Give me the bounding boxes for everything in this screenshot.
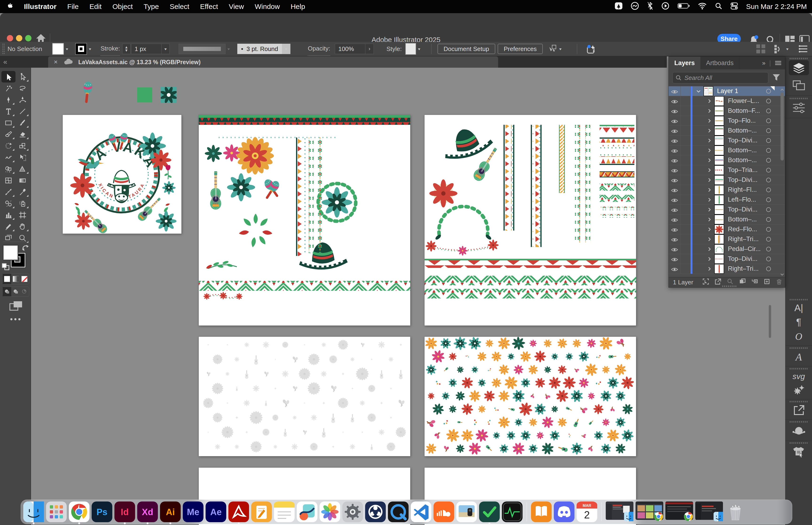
dock-pages[interactable]	[251, 501, 272, 522]
layer-thumbnail[interactable]	[715, 255, 724, 264]
dock-screenshot-preview[interactable]	[456, 501, 477, 522]
panel-menu-icon[interactable]	[775, 60, 782, 65]
layer-name[interactable]: Top–Divi...	[728, 206, 757, 213]
layer-row-top-flo-[interactable]: Top–Flo...	[669, 116, 785, 126]
layer-row-bottom-[interactable]: Bottom–...	[669, 214, 785, 224]
layer-target-circle[interactable]	[766, 168, 771, 172]
stroke-weight-dropdown[interactable]: 1 px ▾	[131, 42, 170, 56]
style-label[interactable]: Style:	[386, 42, 402, 56]
isolate-selected-icon[interactable]: ▾	[548, 42, 562, 56]
visibility-eye-icon[interactable]	[671, 266, 678, 273]
visibility-eye-icon[interactable]	[671, 118, 678, 125]
menu-effect[interactable]: Effect	[200, 3, 218, 11]
layer-thumbnail[interactable]	[715, 245, 724, 254]
canvas-vertical-scrollbar[interactable]	[769, 305, 771, 338]
menu-app-icon[interactable]	[615, 2, 623, 12]
layer-name[interactable]: Bottom–...	[728, 216, 757, 223]
layer-name[interactable]: Flower–L...	[728, 97, 760, 105]
menu-edit[interactable]: Edit	[90, 3, 102, 11]
dock-illustrator[interactable]: Ai	[160, 501, 181, 522]
layer-row-red-flo-[interactable]: Red–Flo...	[669, 224, 785, 234]
layer-thumbnail[interactable]	[715, 235, 724, 244]
actions-icon[interactable]	[793, 385, 805, 396]
visibility-eye-icon[interactable]	[671, 187, 678, 195]
new-layer-icon[interactable]	[763, 278, 770, 287]
layer-name[interactable]: Bottom–...	[728, 147, 757, 154]
locate-object-icon[interactable]	[702, 278, 709, 287]
menu-select[interactable]: Select	[170, 3, 189, 11]
wifi-icon[interactable]	[698, 2, 707, 11]
swap-fill-stroke-icon[interactable]	[21, 244, 29, 252]
brush-definition-dropdown[interactable]: • 3 pt. Round ▾	[237, 42, 290, 56]
selection-tool[interactable]	[1, 71, 16, 82]
menu-illustrator[interactable]: Illustrator	[24, 3, 56, 11]
scroll-down-icon[interactable]	[780, 273, 784, 276]
layer-target-circle[interactable]	[766, 128, 771, 133]
layer-row-bottom-f-[interactable]: Bottom–F...	[669, 106, 785, 116]
artboard-3-elements[interactable]	[425, 115, 636, 326]
layer-thumbnail[interactable]	[715, 166, 724, 175]
menu-help[interactable]: Help	[291, 3, 305, 11]
dock-wave-app[interactable]	[297, 501, 318, 522]
layer-name[interactable]: Layer 1	[717, 87, 738, 95]
tab-layers[interactable]: Layers	[669, 57, 700, 69]
artboard-4-subtle-pattern[interactable]	[199, 337, 410, 456]
menu-window[interactable]: Window	[255, 3, 280, 11]
layer-name[interactable]: Left–Flo...	[728, 196, 756, 203]
visibility-eye-icon[interactable]	[671, 158, 678, 165]
snap-options-icon[interactable]: ▾	[773, 42, 788, 56]
shape-builder-tool[interactable]	[1, 163, 16, 175]
screen-record-icon[interactable]	[661, 2, 670, 12]
visibility-eye-icon[interactable]	[671, 108, 678, 116]
opentype-icon[interactable]: O	[795, 331, 802, 342]
close-tab-icon[interactable]: ×	[54, 58, 58, 66]
perspective-grid-tool[interactable]	[16, 163, 30, 175]
symbol-sprayer-tool[interactable]	[16, 198, 30, 209]
layer-thumbnail[interactable]	[715, 215, 724, 224]
visibility-eye-icon[interactable]	[671, 227, 678, 234]
layer-name[interactable]: Right–Tri...	[728, 236, 759, 243]
layer-target-circle[interactable]	[766, 99, 771, 103]
layer-name[interactable]: Bottom–...	[728, 156, 757, 164]
measure-tool[interactable]	[1, 186, 16, 198]
layer-target-circle[interactable]	[766, 89, 771, 93]
slice-tool[interactable]	[1, 221, 16, 232]
screen-mode-icon[interactable]	[10, 301, 22, 312]
layer-name[interactable]: Top–Tria...	[728, 166, 758, 174]
character-icon[interactable]: A|	[794, 303, 803, 313]
artboard-tool[interactable]	[16, 209, 30, 221]
properties-icon[interactable]	[793, 103, 805, 113]
collect-export-icon[interactable]	[715, 278, 722, 287]
options-menu-icon[interactable]	[798, 42, 808, 56]
draw-normal-button[interactable]	[3, 287, 11, 296]
stroke-weight-stepper[interactable]: ▲▼	[122, 42, 131, 56]
layer-row-right-tri-[interactable]: Right–Tri...	[669, 264, 785, 274]
visibility-eye-icon[interactable]	[671, 177, 678, 185]
layer-name[interactable]: Red–Flo...	[728, 226, 757, 233]
export-icon[interactable]	[793, 405, 805, 416]
lasso-tool[interactable]	[16, 82, 30, 94]
menu-file[interactable]: File	[67, 3, 78, 11]
layer-target-circle[interactable]	[766, 148, 771, 153]
layer-row-top-tria-[interactable]: Top–Tria...	[669, 165, 785, 175]
curvature-tool[interactable]	[16, 94, 30, 106]
layer-thumbnail[interactable]	[715, 146, 724, 155]
column-graph-tool[interactable]	[1, 209, 16, 221]
preferences-button[interactable]: Preferences	[497, 44, 543, 54]
layer-row-top-divi-[interactable]: Top–Divi...	[669, 175, 785, 185]
layer-row-bottom-[interactable]: Bottom–...	[669, 155, 785, 165]
layer-target-circle[interactable]	[766, 257, 771, 261]
line-segment-tool[interactable]	[16, 106, 30, 117]
creative-cloud-icon[interactable]	[631, 2, 639, 12]
clipping-mask-icon[interactable]	[739, 278, 746, 287]
artboard-2-elements[interactable]	[199, 115, 410, 326]
generative-ai-icon[interactable]	[585, 42, 596, 56]
layer-target-circle[interactable]	[766, 217, 771, 222]
scrollbar-thumb[interactable]	[781, 92, 784, 161]
layer-thumbnail[interactable]	[715, 96, 724, 106]
width-tool[interactable]	[1, 152, 16, 163]
visibility-eye-icon[interactable]	[671, 256, 678, 264]
edit-toolbar-icon[interactable]	[10, 318, 20, 320]
layer-name[interactable]: Right–Tri...	[728, 265, 759, 272]
layer-thumbnail[interactable]	[715, 205, 724, 214]
